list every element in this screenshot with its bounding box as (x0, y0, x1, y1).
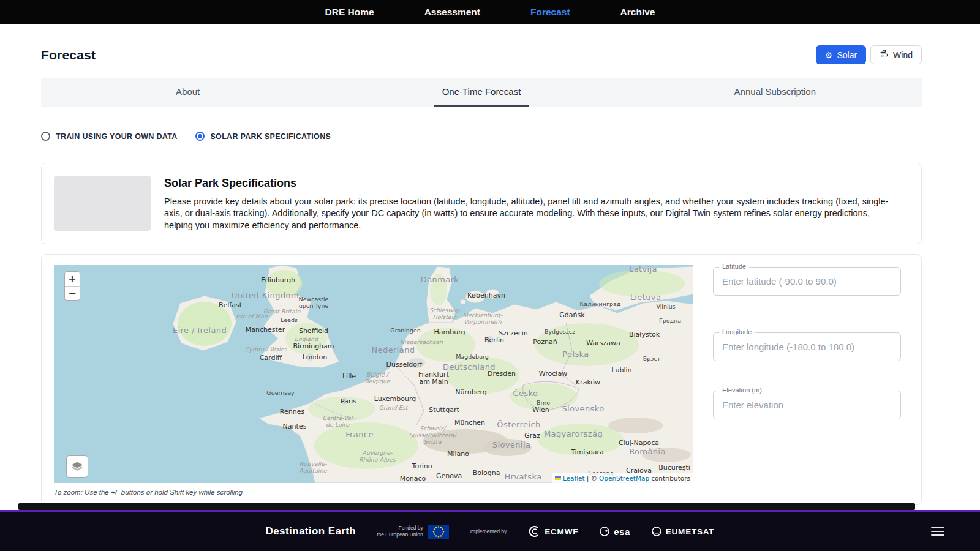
eumetsat-mark-icon (651, 526, 662, 537)
tab-about-label: About (167, 86, 208, 107)
forecast-tabs: About One-Time Forecast Annual Subscript… (41, 78, 922, 107)
spec-title: Solar Park Specifications (164, 177, 909, 190)
spec-text-block: Solar Park Specifications Please provide… (164, 176, 909, 231)
spec-description: Please provide key details about your so… (164, 196, 909, 231)
longitude-label: Longitude (719, 328, 755, 335)
map-zoom-control: + − (64, 271, 80, 301)
header-row: Forecast ⚙ Solar Wind (41, 45, 922, 64)
leaflet-link[interactable]: Leaflet (563, 474, 585, 482)
radio-solar-park-specs[interactable]: SOLAR PARK SPECIFICATIONS (195, 132, 331, 141)
funded-by-line1: Funded by (377, 525, 423, 531)
zoom-out-button[interactable]: − (65, 286, 80, 300)
nav-archive[interactable]: Archive (620, 7, 655, 18)
esa-mark-icon (599, 526, 610, 537)
latitude-input[interactable] (713, 267, 901, 296)
ecmwf-logo: ECMWF (527, 526, 578, 537)
attribution-suffix: contributors (651, 474, 690, 482)
eumetsat-logo-text: EUMETSAT (666, 527, 715, 536)
funded-by-text: Funded by the European Union (377, 525, 423, 538)
esa-logo-text: esa (614, 527, 630, 537)
radio-circle[interactable] (195, 132, 205, 141)
wind-icon (880, 50, 889, 60)
funded-by-line2: the European Union (377, 531, 423, 538)
longitude-input[interactable] (713, 332, 901, 361)
data-source-options: TRAIN USING YOUR OWN DATA SOLAR PARK SPE… (41, 132, 922, 141)
openstreetmap-link[interactable]: OpenStreetMap (599, 474, 649, 482)
mode-toggle: ⚙ Solar Wind (816, 45, 922, 64)
nav-dre-home[interactable]: DRE Home (325, 7, 374, 18)
nav-assessment[interactable]: Assessment (424, 7, 480, 18)
layers-icon (71, 461, 83, 472)
leaflet-flag-icon (555, 476, 561, 480)
map-base-svg (54, 265, 693, 483)
spec-card: Solar Park Specifications Please provide… (41, 163, 922, 244)
map-layers-control[interactable] (66, 455, 88, 478)
leaflet-map[interactable]: EdinburghUnited KingdomNewcastle upon Ty… (54, 265, 693, 483)
zoom-in-button[interactable]: + (65, 272, 80, 286)
coordinates-form: Latitude Longitude Elevation (m) (713, 265, 901, 419)
gear-icon: ⚙ (825, 51, 833, 59)
wind-button[interactable]: Wind (870, 45, 922, 64)
solar-button-label: Solar (837, 50, 857, 60)
longitude-group: Longitude (713, 332, 901, 361)
map-form-card: EdinburghUnited KingdomNewcastle upon Ty… (41, 254, 922, 505)
elevation-input[interactable] (713, 391, 901, 419)
latitude-label: Latitude (719, 263, 749, 270)
eu-flag-icon (428, 525, 449, 539)
footer-menu-button[interactable] (931, 525, 944, 538)
tab-annual-subscription[interactable]: Annual Subscription (628, 78, 922, 107)
eumetsat-logo: EUMETSAT (651, 526, 715, 537)
ecmwf-mark-icon (527, 526, 541, 537)
funded-by-block: Funded by the European Union (377, 525, 449, 539)
tab-about[interactable]: About (41, 78, 334, 107)
esa-logo: esa (599, 526, 630, 537)
radio-solar-park-specs-label: SOLAR PARK SPECIFICATIONS (210, 132, 331, 141)
section-divider (18, 503, 915, 510)
ecmwf-logo-text: ECMWF (545, 527, 578, 536)
top-navbar: DRE Home Assessment Forecast Archive (0, 0, 980, 24)
implemented-by-text: Implemented by (470, 528, 507, 535)
wind-button-label: Wind (893, 50, 913, 60)
latitude-group: Latitude (713, 267, 901, 296)
map-attribution: Leaflet | © OpenStreetMap contributors (552, 473, 693, 483)
page-title: Forecast (41, 48, 96, 62)
radio-circle[interactable] (41, 132, 50, 141)
destination-earth-brand: Destination Earth (266, 525, 356, 538)
elevation-group: Elevation (m) (713, 391, 901, 419)
solar-button[interactable]: ⚙ Solar (816, 45, 866, 64)
tab-one-time-forecast[interactable]: One-Time Forecast (334, 78, 628, 107)
map-column: EdinburghUnited KingdomNewcastle upon Ty… (54, 265, 693, 496)
tab-annual-subscription-label: Annual Subscription (726, 86, 824, 107)
page-container: Forecast ⚙ Solar Wind About (0, 45, 980, 505)
footer: Destination Earth Funded by the European… (0, 510, 980, 551)
radio-train-own-data-label: TRAIN USING YOUR OWN DATA (56, 132, 177, 141)
attribution-separator: | © (587, 474, 597, 482)
tab-one-time-forecast-label: One-Time Forecast (434, 86, 530, 107)
map-zoom-note: To zoom: Use the +/- buttons or hold Shi… (54, 489, 693, 496)
elevation-label: Elevation (m) (719, 386, 765, 394)
spec-image-placeholder (54, 176, 151, 231)
radio-train-own-data[interactable]: TRAIN USING YOUR OWN DATA (41, 132, 177, 141)
nav-forecast[interactable]: Forecast (530, 7, 570, 18)
